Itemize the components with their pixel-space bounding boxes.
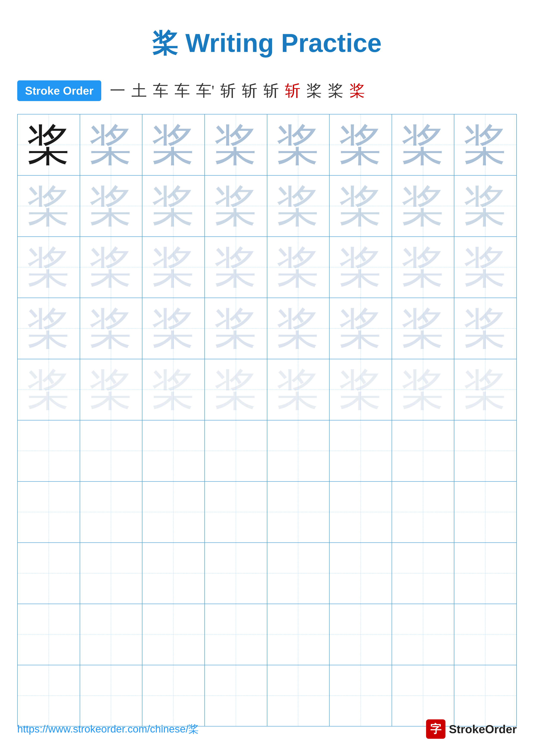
grid-cell[interactable]: 桨	[329, 176, 392, 237]
grid-cell[interactable]	[392, 604, 454, 665]
grid-cell[interactable]	[267, 665, 330, 726]
grid-cell[interactable]: 桨	[205, 359, 267, 420]
grid-cell[interactable]: 桨	[80, 359, 142, 420]
grid-cell[interactable]	[329, 420, 392, 481]
stroke-5: 车'	[196, 80, 214, 101]
grid-cell[interactable]: 桨	[17, 359, 80, 420]
grid-cell[interactable]	[17, 481, 80, 543]
grid-cell[interactable]: 桨	[80, 237, 142, 298]
grid-cell[interactable]	[267, 543, 330, 604]
grid-cell[interactable]: 桨	[17, 298, 80, 359]
grid-cell[interactable]	[329, 481, 392, 543]
grid-cell[interactable]: 桨	[392, 176, 454, 237]
grid-cell[interactable]	[142, 420, 205, 481]
grid-cell[interactable]: 桨	[267, 237, 330, 298]
grid-cell[interactable]: 桨	[267, 114, 330, 176]
grid-cell[interactable]	[392, 481, 454, 543]
table-row: 桨 桨 桨 桨 桨 桨 桨 桨	[17, 359, 517, 420]
stroke-12: 桨	[350, 80, 365, 101]
practice-char: 桨	[464, 182, 507, 230]
grid-cell[interactable]	[142, 543, 205, 604]
practice-char: 桨	[339, 182, 382, 230]
grid-cell[interactable]	[329, 604, 392, 665]
stroke-2: 土	[131, 80, 147, 101]
grid-cell[interactable]: 桨	[205, 176, 267, 237]
grid-cell[interactable]	[17, 543, 80, 604]
grid-cell[interactable]: 桨	[267, 359, 330, 420]
grid-cell[interactable]	[267, 420, 330, 481]
grid-cell[interactable]	[205, 665, 267, 726]
practice-char: 桨	[89, 182, 133, 230]
grid-cell[interactable]: 桨	[142, 359, 205, 420]
practice-char: 桨	[277, 182, 320, 230]
table-row: 桨 桨 桨 桨 桨 桨 桨 桨	[17, 298, 517, 359]
grid-cell[interactable]: 桨	[454, 359, 517, 420]
grid-cell[interactable]	[17, 665, 80, 726]
grid-cell[interactable]: 桨	[17, 237, 80, 298]
practice-char: 桨	[27, 305, 70, 352]
grid-cell[interactable]	[80, 481, 142, 543]
grid-cell[interactable]	[80, 604, 142, 665]
grid-cell[interactable]: 桨	[80, 114, 142, 176]
grid-cell[interactable]	[392, 665, 454, 726]
grid-cell[interactable]	[454, 481, 517, 543]
grid-cell[interactable]: 桨	[392, 114, 454, 176]
grid-cell[interactable]: 桨	[329, 114, 392, 176]
grid-cell[interactable]	[454, 665, 517, 726]
footer-logo: 字 StrokeOrder	[426, 719, 517, 739]
grid-cell[interactable]	[392, 420, 454, 481]
practice-char: 桨	[401, 182, 445, 230]
grid-cell[interactable]: 桨	[17, 176, 80, 237]
grid-cell[interactable]: 桨	[267, 176, 330, 237]
grid-cell[interactable]	[267, 481, 330, 543]
grid-cell[interactable]: 桨	[80, 298, 142, 359]
practice-char: 桨	[152, 243, 195, 291]
grid-cell[interactable]	[205, 481, 267, 543]
grid-cell[interactable]	[80, 665, 142, 726]
grid-cell[interactable]	[329, 543, 392, 604]
grid-cell[interactable]: 桨	[454, 114, 517, 176]
grid-cell[interactable]	[205, 420, 267, 481]
practice-char: 桨	[339, 366, 382, 413]
grid-cell[interactable]: 桨	[80, 176, 142, 237]
practice-char: 桨	[339, 121, 382, 169]
grid-cell[interactable]: 桨	[142, 176, 205, 237]
grid-cell[interactable]: 桨	[329, 298, 392, 359]
grid-cell[interactable]	[17, 604, 80, 665]
grid-cell[interactable]: 桨	[142, 298, 205, 359]
grid-cell[interactable]: 桨	[205, 114, 267, 176]
grid-cell[interactable]: 桨	[205, 237, 267, 298]
practice-grid-container: 桨 桨 桨 桨 桨 桨 桨 桨 桨 桨 桨 桨 桨 桨 桨 桨	[0, 114, 534, 726]
grid-cell[interactable]: 桨	[454, 298, 517, 359]
grid-cell[interactable]	[329, 665, 392, 726]
grid-cell[interactable]	[142, 604, 205, 665]
grid-cell[interactable]	[17, 420, 80, 481]
grid-cell[interactable]	[267, 604, 330, 665]
grid-cell[interactable]: 桨	[329, 237, 392, 298]
footer-url[interactable]: https://www.strokeorder.com/chinese/桨	[17, 722, 199, 736]
grid-cell[interactable]: 桨	[454, 237, 517, 298]
grid-cell[interactable]: 桨	[329, 359, 392, 420]
grid-cell[interactable]: 桨	[142, 237, 205, 298]
grid-cell[interactable]: 桨	[392, 359, 454, 420]
grid-cell[interactable]: 桨	[454, 176, 517, 237]
grid-cell[interactable]	[80, 420, 142, 481]
grid-cell[interactable]	[142, 481, 205, 543]
grid-cell[interactable]	[80, 543, 142, 604]
grid-cell[interactable]	[142, 665, 205, 726]
grid-cell[interactable]	[454, 420, 517, 481]
grid-cell[interactable]	[454, 543, 517, 604]
grid-cell[interactable]: 桨	[142, 114, 205, 176]
grid-cell[interactable]: 桨	[267, 298, 330, 359]
grid-cell[interactable]: 桨	[392, 237, 454, 298]
grid-cell[interactable]: 桨	[17, 114, 80, 176]
grid-cell[interactable]: 桨	[205, 298, 267, 359]
grid-cell[interactable]	[205, 604, 267, 665]
grid-cell[interactable]	[454, 604, 517, 665]
grid-cell[interactable]	[392, 543, 454, 604]
table-row: 桨 桨 桨 桨 桨 桨 桨 桨	[17, 237, 517, 298]
grid-cell[interactable]: 桨	[392, 298, 454, 359]
practice-char: 桨	[277, 243, 320, 291]
grid-cell[interactable]	[205, 543, 267, 604]
stroke-order-row: Stroke Order 一 土 车 车 车' 斩 斩 斩 斩 桨 桨 桨	[0, 74, 534, 108]
